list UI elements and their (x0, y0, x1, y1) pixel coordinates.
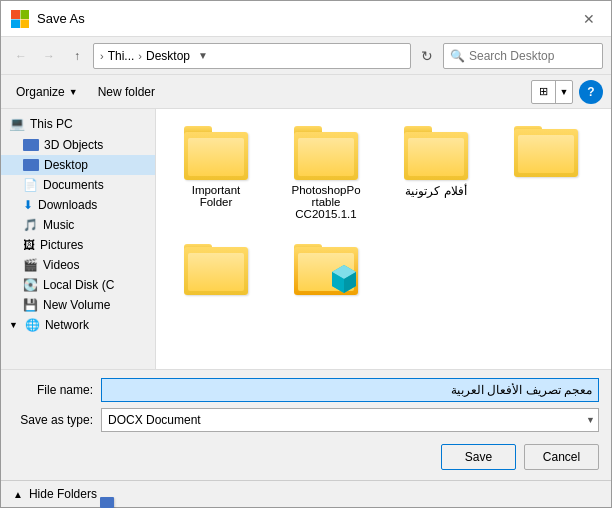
folder-important[interactable]: ImportantFolder (166, 119, 266, 227)
cancel-button[interactable]: Cancel (524, 444, 599, 470)
sidebar-label-local-disk: Local Disk (C (43, 278, 114, 292)
view-dropdown-icon[interactable]: ▼ (556, 81, 572, 103)
folder-icon-important (184, 126, 248, 180)
sidebar-item-videos[interactable]: 🎬 Videos (1, 255, 155, 275)
sidebar-item-local-disk[interactable]: 💽 Local Disk (C (1, 275, 155, 295)
folder-cube[interactable] (276, 237, 376, 302)
titlebar: Save As ✕ (1, 1, 611, 37)
up-button[interactable]: ↑ (65, 44, 89, 68)
folder-icon-photoshop (294, 126, 358, 180)
search-box: 🔍 (443, 43, 603, 69)
help-button[interactable]: ? (579, 80, 603, 104)
pictures-icon: 🖼 (23, 238, 35, 252)
hide-folders-label: Hide Folders (29, 487, 97, 501)
organize-button[interactable]: Organize ▼ (9, 81, 85, 103)
filename-row: File name: (13, 378, 599, 402)
bottom-section: File name: Save as type: DOCX Document D… (1, 369, 611, 480)
sidebar-item-pictures[interactable]: 🖼 Pictures (1, 235, 155, 255)
sidebar-label-network: Network (45, 318, 89, 332)
sidebar-item-documents[interactable]: 📄 Documents (1, 175, 155, 195)
sidebar-label-documents: Documents (43, 178, 104, 192)
svg-rect-3 (21, 19, 30, 28)
sidebar-label-videos: Videos (43, 258, 79, 272)
file-area: ImportantFolder PhotoshopPortableCC2015.… (156, 109, 611, 369)
search-icon: 🔍 (450, 49, 465, 63)
sidebar-label-new-volume: New Volume (43, 298, 110, 312)
navbar: ← → ↑ › Thi... › Desktop ▼ ↻ 🔍 (1, 37, 611, 75)
folder-arabic-films[interactable]: أفلام كرتونية (386, 119, 486, 227)
action-row: Save Cancel (13, 438, 599, 472)
folder-partial-2[interactable] (166, 237, 266, 302)
breadcrumb[interactable]: › Thi... › Desktop ▼ (93, 43, 411, 69)
folder-icon-partial-1 (514, 126, 578, 177)
sidebar-label-3d-objects: 3D Objects (44, 138, 103, 152)
sidebar-label-music: Music (43, 218, 74, 232)
filename-input[interactable] (101, 378, 599, 402)
filename-label: File name: (13, 383, 93, 397)
folder-label-photoshop: PhotoshopPortableCC2015.1.1 (291, 184, 360, 220)
sidebar-item-network[interactable]: ▼ 🌐 Network (1, 315, 155, 335)
savetype-label: Save as type: (13, 413, 93, 427)
sidebar-label-pictures: Pictures (40, 238, 83, 252)
sidebar-label-this-pc: This PC (30, 117, 73, 131)
breadcrumb-current: Desktop (146, 49, 190, 63)
sidebar-item-desktop[interactable]: Desktop (1, 155, 155, 175)
forward-button[interactable]: → (37, 44, 61, 68)
documents-icon: 📄 (23, 178, 38, 192)
videos-icon: 🎬 (23, 258, 38, 272)
hdd-icon: 💽 (23, 278, 38, 292)
folder-partial-1[interactable] (496, 119, 596, 184)
sidebar-item-this-pc[interactable]: 💻 This PC (1, 113, 155, 135)
breadcrumb-dropdown-icon[interactable]: ▼ (198, 50, 208, 61)
savetype-row: Save as type: DOCX Document DOC Document… (13, 408, 599, 432)
sidebar-label-downloads: Downloads (38, 198, 97, 212)
new-folder-label: New folder (98, 85, 155, 99)
main-area: 💻 This PC 3D Objects Desktop 📄 Documents… (1, 109, 611, 369)
view-icon[interactable]: ⊞ (532, 81, 556, 103)
sidebar: 💻 This PC 3D Objects Desktop 📄 Documents… (1, 109, 156, 369)
sidebar-item-3d-objects[interactable]: 3D Objects (1, 135, 155, 155)
savetype-wrapper: DOCX Document DOC Document PDF ODT Docum… (101, 408, 599, 432)
network-icon: 🌐 (25, 318, 40, 332)
organize-label: Organize (16, 85, 65, 99)
chevron-up-icon: ▲ (13, 489, 23, 500)
folder-icon-cube (294, 244, 358, 295)
folder-photoshop[interactable]: PhotoshopPortableCC2015.1.1 (276, 119, 376, 227)
svg-rect-1 (21, 10, 30, 19)
folder-icon-partial-2 (184, 244, 248, 295)
folder-label-important: ImportantFolder (192, 184, 241, 208)
svg-rect-2 (11, 19, 20, 28)
downloads-icon: ⬇ (23, 198, 33, 212)
sidebar-item-music[interactable]: 🎵 Music (1, 215, 155, 235)
window-title: Save As (37, 11, 577, 26)
music-icon: 🎵 (23, 218, 38, 232)
sidebar-item-downloads[interactable]: ⬇ Downloads (1, 195, 155, 215)
new-volume-icon: 💾 (23, 298, 38, 312)
save-button[interactable]: Save (441, 444, 516, 470)
sidebar-label-desktop: Desktop (44, 158, 88, 172)
expand-icon: ▼ (9, 320, 18, 330)
close-button[interactable]: ✕ (577, 7, 601, 31)
view-toggle: ⊞ ▼ (531, 80, 573, 104)
save-as-dialog: Save As ✕ ← → ↑ › Thi... › Desktop ▼ ↻ 🔍… (0, 0, 612, 508)
cube-icon (328, 261, 360, 293)
pc-icon: 💻 (9, 116, 25, 132)
desktop-icon (23, 159, 39, 171)
toolbar: Organize ▼ New folder ⊞ ▼ ? (1, 75, 611, 109)
new-folder-button[interactable]: New folder (91, 81, 162, 103)
folder-3d-icon (23, 139, 39, 151)
hide-folders-row[interactable]: ▲ Hide Folders (1, 480, 611, 507)
breadcrumb-folder-icon (100, 497, 114, 508)
savetype-select[interactable]: DOCX Document DOC Document PDF ODT Docum… (101, 408, 599, 432)
help-label: ? (587, 85, 594, 99)
breadcrumb-parent: Thi... (108, 49, 135, 63)
folder-icon-arabic-films (404, 126, 468, 180)
window-icon (11, 10, 29, 28)
search-input[interactable] (469, 49, 596, 63)
organize-dropdown-icon: ▼ (69, 87, 78, 97)
sidebar-item-new-volume[interactable]: 💾 New Volume (1, 295, 155, 315)
refresh-button[interactable]: ↻ (415, 44, 439, 68)
svg-rect-0 (11, 10, 20, 19)
back-button[interactable]: ← (9, 44, 33, 68)
folder-label-arabic-films: أفلام كرتونية (405, 184, 466, 198)
